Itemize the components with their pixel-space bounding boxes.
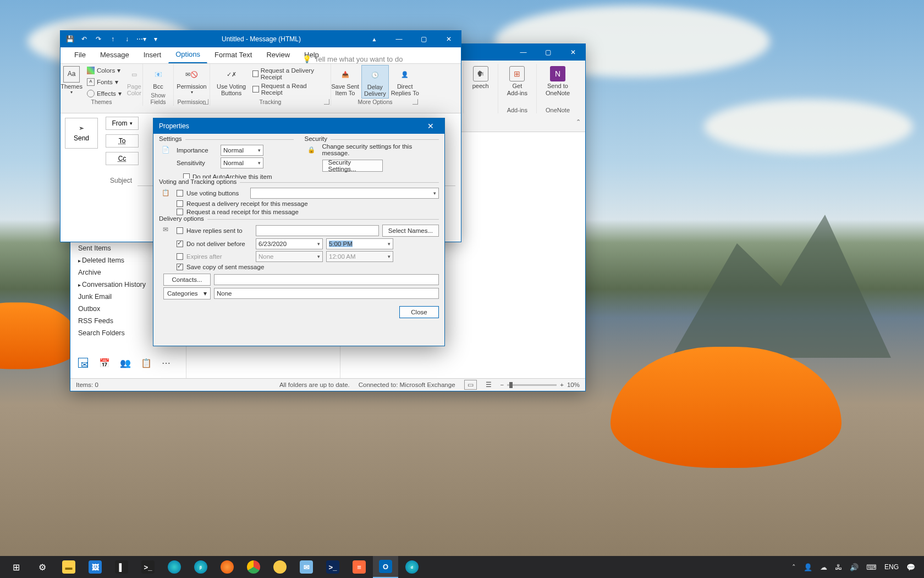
redo-icon[interactable]: ↷ xyxy=(94,34,103,44)
compose-maximize-button[interactable]: ▢ xyxy=(411,31,436,47)
not-before-time-select[interactable]: 5:00 PM▾ xyxy=(326,238,393,249)
tab-review[interactable]: Review xyxy=(259,47,297,63)
save-icon[interactable]: 💾 xyxy=(65,34,75,44)
speech-button[interactable]: 🗣 peech xyxy=(469,64,492,92)
cc-button[interactable]: Cc xyxy=(106,152,139,165)
qat-customize-icon[interactable]: ▾ xyxy=(151,34,161,44)
use-voting-buttons-button[interactable]: ✓✗ Use Voting Buttons xyxy=(215,65,248,97)
colors-button[interactable]: Colors ▾ xyxy=(87,65,122,76)
fonts-button[interactable]: AFonts ▾ xyxy=(87,77,122,88)
start-button[interactable]: ⊞ xyxy=(3,556,29,578)
not-before-date-select[interactable]: 6/23/2020▾ xyxy=(256,238,323,249)
firefox-taskbar-icon[interactable] xyxy=(215,556,240,578)
save-sent-item-to-button[interactable]: 📥 Save Sent Item To xyxy=(329,65,361,99)
dialog-titlebar[interactable]: Properties ✕ xyxy=(153,118,444,134)
send-button[interactable]: ➣ Send xyxy=(65,118,98,149)
tasks-view-icon[interactable]: 📋 xyxy=(141,358,151,368)
use-voting-checkbox[interactable] xyxy=(177,190,183,197)
to-button[interactable]: To xyxy=(106,134,139,148)
dialog-close-button[interactable]: ✕ xyxy=(422,119,439,133)
edge-beta-taskbar-icon[interactable]: β xyxy=(188,556,213,578)
delay-delivery-button[interactable]: 🕓 Delay Delivery xyxy=(361,65,389,99)
effects-button[interactable]: Effects ▾ xyxy=(87,88,122,99)
zoom-out-button[interactable]: − xyxy=(501,381,504,388)
zoom-slider[interactable] xyxy=(507,384,557,386)
req-delivery-checkbox[interactable] xyxy=(177,200,183,207)
people-view-icon[interactable]: 👥 xyxy=(120,358,130,368)
outlook-minimize-button[interactable]: — xyxy=(511,44,536,61)
tray-notifications-icon[interactable]: 💬 xyxy=(906,563,915,571)
qat-more-icon[interactable]: ⋯▾ xyxy=(136,34,146,44)
tab-format-text[interactable]: Format Text xyxy=(207,47,259,63)
tray-volume-icon[interactable]: 🔊 xyxy=(850,563,859,571)
categories-button[interactable]: Categories▾ xyxy=(163,287,211,299)
from-button[interactable]: From ▾ xyxy=(106,117,139,130)
tracking-dialog-launcher[interactable] xyxy=(324,99,329,105)
page-color-button[interactable]: ▭ Page Color xyxy=(124,65,145,99)
tray-language[interactable]: ENG xyxy=(884,563,899,571)
bcc-button[interactable]: 📧 Bcc xyxy=(148,65,169,91)
contacts-field[interactable] xyxy=(214,274,439,285)
sensitivity-select[interactable]: Normal▾ xyxy=(221,157,263,168)
terminal-taskbar-icon[interactable]: ▌ xyxy=(109,556,134,578)
permission-button[interactable]: ✉🚫 Permission▾ xyxy=(174,65,208,96)
tray-keyboard-icon[interactable]: ⌨ xyxy=(866,563,877,571)
outlook-close-button[interactable]: ✕ xyxy=(560,44,585,61)
view-reading-icon[interactable]: ☰ xyxy=(486,381,492,389)
security-settings-button[interactable]: Security Settings... xyxy=(322,160,383,172)
expires-date-select[interactable]: None▾ xyxy=(256,251,323,262)
tab-file[interactable]: File xyxy=(67,47,93,63)
expires-time-select[interactable]: 12:00 AM▾ xyxy=(326,251,393,262)
zoom-in-button[interactable]: + xyxy=(560,381,564,388)
prev-item-icon[interactable]: ↑ xyxy=(108,34,118,44)
not-deliver-before-checkbox[interactable] xyxy=(177,241,183,247)
send-to-onenote-button[interactable]: N Send to OneNote xyxy=(542,64,573,99)
compose-titlebar[interactable]: 💾 ↶ ↷ ↑ ↓ ⋯▾ ▾ Untitled - Message (HTML)… xyxy=(61,31,461,47)
get-addins-button[interactable]: ⊞ Get Add-ins xyxy=(504,64,531,99)
voting-options-select[interactable]: ▾ xyxy=(250,188,439,199)
edge-taskbar-icon[interactable] xyxy=(162,556,187,578)
photos-taskbar-icon[interactable]: 🖼 xyxy=(82,556,108,578)
settings-taskbar-icon[interactable]: ⚙ xyxy=(30,556,55,578)
save-copy-checkbox[interactable] xyxy=(177,264,183,270)
undo-icon[interactable]: ↶ xyxy=(79,34,89,44)
tell-me-search[interactable]: 💡 Tell me what you want to do xyxy=(302,55,403,63)
tab-insert[interactable]: Insert xyxy=(136,47,169,63)
request-read-receipt-checkbox[interactable]: Request a Read Receipt xyxy=(252,84,326,95)
direct-replies-to-button[interactable]: 👤 Direct Replies To xyxy=(389,65,421,99)
edge-dev-taskbar-icon[interactable]: d xyxy=(399,556,425,578)
view-normal-icon[interactable]: ▭ xyxy=(464,380,477,390)
have-replies-checkbox[interactable] xyxy=(177,227,183,234)
more-options-dialog-launcher[interactable] xyxy=(413,99,418,105)
calendar-view-icon[interactable]: 📅 xyxy=(99,358,109,368)
powershell-taskbar-icon[interactable]: >_ xyxy=(320,556,345,578)
importance-select[interactable]: Normal▾ xyxy=(221,145,263,156)
permission-dialog-launcher[interactable] xyxy=(203,99,208,105)
more-views-icon[interactable]: ⋯ xyxy=(162,358,172,368)
mail-view-icon[interactable]: ✉ xyxy=(78,358,88,368)
expires-after-checkbox[interactable] xyxy=(177,253,183,260)
mail-taskbar-icon[interactable]: ✉ xyxy=(294,556,319,578)
compose-close-button[interactable]: ✕ xyxy=(436,31,461,47)
tray-chevron-icon[interactable]: ˄ xyxy=(792,563,796,571)
tab-options[interactable]: Options xyxy=(168,46,207,63)
tray-people-icon[interactable]: 👤 xyxy=(804,563,812,571)
req-read-checkbox[interactable] xyxy=(177,209,183,215)
close-button[interactable]: Close xyxy=(399,306,439,318)
tray-onedrive-icon[interactable]: ☁ xyxy=(820,563,827,571)
themes-button[interactable]: Aa Themes▾ xyxy=(58,65,85,99)
collapse-ribbon-button[interactable]: ⌃ xyxy=(576,118,581,126)
contacts-button[interactable]: Contacts... xyxy=(163,274,211,286)
outlook-taskbar-icon[interactable]: O xyxy=(373,556,398,578)
request-delivery-receipt-checkbox[interactable]: Request a Delivery Receipt xyxy=(252,68,326,79)
compose-ribbon-opts-button[interactable]: ▲ xyxy=(362,31,387,47)
tray-network-icon[interactable]: 🖧 xyxy=(835,563,842,571)
chrome-taskbar-icon[interactable] xyxy=(241,556,266,578)
app-taskbar-icon[interactable]: ≡ xyxy=(346,556,372,578)
compose-minimize-button[interactable]: — xyxy=(387,31,411,47)
next-item-icon[interactable]: ↓ xyxy=(122,34,132,44)
explorer-taskbar-icon[interactable]: ▬ xyxy=(56,556,81,578)
have-replies-field[interactable] xyxy=(256,225,379,236)
tab-message[interactable]: Message xyxy=(93,47,136,63)
outlook-maximize-button[interactable]: ▢ xyxy=(536,44,560,61)
